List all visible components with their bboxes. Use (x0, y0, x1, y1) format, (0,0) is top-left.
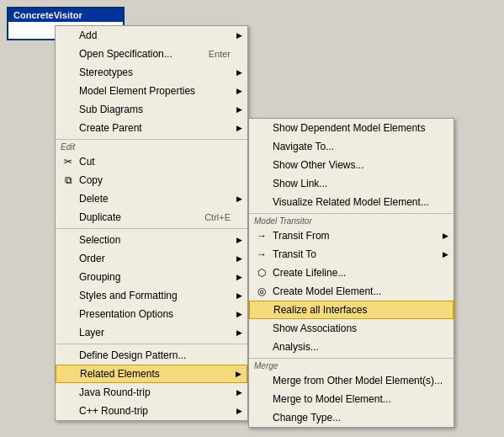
menu-item-change-type[interactable]: Change Type... (249, 408, 454, 427)
lifeline-icon: ⬡ (254, 265, 269, 280)
menu-item-label-model-elem-props: Model Element Properties (79, 85, 231, 97)
menu-item-label-delete: Delete (79, 193, 231, 205)
menu-item-label-show-dependent: Show Dependent Model Elements (273, 122, 437, 134)
menu-item-label-java-roundtrip: Java Round-trip (79, 386, 231, 398)
menu-item-define-design[interactable]: Define Design Pattern... (56, 346, 247, 365)
secondary-context-menu: Show Dependent Model ElementsNavigate To… (248, 118, 454, 428)
menu-item-label-visualize-related: Visualize Related Model Element... (273, 196, 437, 208)
menu-item-analysis[interactable]: Analysis... (249, 338, 454, 356)
menu-item-realize-all[interactable]: Realize all Interfaces (249, 301, 454, 319)
shortcut-duplicate: Ctrl+E (188, 212, 231, 222)
menu-item-label-show-link: Show Link... (273, 178, 437, 189)
menu-item-label-sub-diagrams: Sub Diagrams (79, 104, 231, 115)
menu-item-label-duplicate: Duplicate (79, 211, 188, 223)
menu-item-show-dependent[interactable]: Show Dependent Model Elements (249, 119, 454, 137)
menu-item-show-other-views[interactable]: Show Other Views... (249, 156, 454, 174)
menu-item-label-related-elements: Related Elements (80, 368, 230, 380)
menu-item-copy[interactable]: ⧉Copy (56, 171, 247, 189)
scissors-icon: ✂ (61, 154, 76, 169)
menu-item-label-add: Add (79, 29, 231, 41)
menu-item-create-parent[interactable]: Create Parent (56, 119, 247, 137)
menu-item-grouping[interactable]: Grouping (56, 268, 247, 286)
menu-item-stereotypes[interactable]: Stereotypes (56, 63, 247, 82)
menu-separator (249, 358, 454, 359)
menu-item-label-layer: Layer (79, 327, 231, 338)
menu-item-label-transit-from: Transit From (273, 230, 437, 242)
menu-item-styles[interactable]: Styles and Formatting (56, 286, 247, 305)
menu-item-label-stereotypes: Stereotypes (79, 67, 231, 78)
menu-item-merge-from[interactable]: Merge from Other Model Element(s)... (249, 371, 454, 390)
menu-item-label-show-associations: Show Associations (273, 322, 437, 334)
menu-item-label-cpp-roundtrip: C++ Round-trip (79, 405, 231, 417)
menu-item-label-realize-all: Realize all Interfaces (273, 304, 436, 316)
menu-item-label-grouping: Grouping (79, 271, 231, 283)
primary-context-menu: AddOpen Specification...EnterStereotypes… (55, 25, 248, 421)
menu-item-label-create-lifeline: Create Lifeline... (273, 267, 437, 279)
menu-item-label-order: Order (79, 253, 231, 264)
menu-item-transit-to[interactable]: →Transit To (249, 245, 454, 264)
menu-item-visualize-related[interactable]: Visualize Related Model Element... (249, 193, 454, 211)
menu-item-label-define-design: Define Design Pattern... (79, 349, 231, 361)
menu-item-label-show-other-views: Show Other Views... (273, 159, 437, 171)
menu-item-show-link[interactable]: Show Link... (249, 174, 454, 193)
menu-item-presentation[interactable]: Presentation Options (56, 305, 247, 323)
transit2-icon: → (254, 247, 269, 262)
menu-item-related-elements[interactable]: Related Elements (56, 365, 247, 383)
menu-item-layer[interactable]: Layer (56, 323, 247, 342)
menu-item-transit-from[interactable]: →Transit From (249, 226, 454, 245)
menu-item-open-spec[interactable]: Open Specification...Enter (56, 45, 247, 63)
menu-item-label-merge-from: Merge from Other Model Element(s)... (273, 375, 443, 386)
menu-item-cpp-roundtrip[interactable]: C++ Round-trip (56, 402, 247, 420)
menu-item-label-create-parent: Create Parent (79, 122, 231, 134)
menu-separator (56, 228, 247, 229)
menu-item-label-navigate-to: Navigate To... (273, 141, 437, 152)
menu-item-cut[interactable]: ✂Cut (56, 152, 247, 171)
menu-item-order[interactable]: Order (56, 249, 247, 268)
menu-item-model-elem-props[interactable]: Model Element Properties (56, 82, 247, 100)
menu-item-selection[interactable]: Selection (56, 231, 247, 249)
menu-item-label-create-model-elem: Create Model Element... (273, 285, 437, 297)
menu-item-label-copy: Copy (79, 174, 231, 186)
menu-separator (56, 344, 247, 344)
menu-item-label-transit-to: Transit To (273, 248, 437, 260)
menu-item-label-merge-to: Merge to Model Element... (273, 393, 437, 405)
menu-item-label-styles: Styles and Formatting (79, 290, 231, 301)
section-label-sep-merge: Merge (249, 360, 454, 371)
menu-item-show-associations[interactable]: Show Associations (249, 319, 454, 338)
menu-item-create-model-elem[interactable]: ◎Create Model Element... (249, 282, 454, 301)
class-header: ConcreteVisitor (8, 8, 123, 22)
section-label-sep-model-transitor: Model Transitor (249, 216, 454, 226)
menu-item-label-change-type: Change Type... (273, 412, 437, 424)
menu-item-label-selection: Selection (79, 234, 231, 246)
section-label-sep1: Edit (56, 141, 247, 152)
menu-item-create-lifeline[interactable]: ⬡Create Lifeline... (249, 264, 454, 282)
menu-separator (249, 213, 454, 214)
menu-item-sub-diagrams[interactable]: Sub Diagrams (56, 100, 247, 119)
menu-item-delete[interactable]: Delete (56, 189, 247, 208)
model-elem-icon: ◎ (254, 284, 269, 299)
menu-item-merge-to[interactable]: Merge to Model Element... (249, 390, 454, 408)
copy-icon: ⧉ (61, 173, 76, 188)
menu-item-java-roundtrip[interactable]: Java Round-trip (56, 383, 247, 402)
menu-item-label-open-spec: Open Specification... (79, 48, 192, 60)
menu-item-label-presentation: Presentation Options (79, 308, 231, 320)
shortcut-open-spec: Enter (192, 49, 231, 59)
menu-item-label-analysis: Analysis... (273, 341, 437, 353)
menu-item-label-cut: Cut (79, 156, 231, 168)
menu-item-navigate-to[interactable]: Navigate To... (249, 137, 454, 156)
menu-separator (56, 139, 247, 140)
menu-item-add[interactable]: Add (56, 26, 247, 45)
menu-item-duplicate[interactable]: DuplicateCtrl+E (56, 208, 247, 226)
transit-icon: → (254, 228, 269, 243)
